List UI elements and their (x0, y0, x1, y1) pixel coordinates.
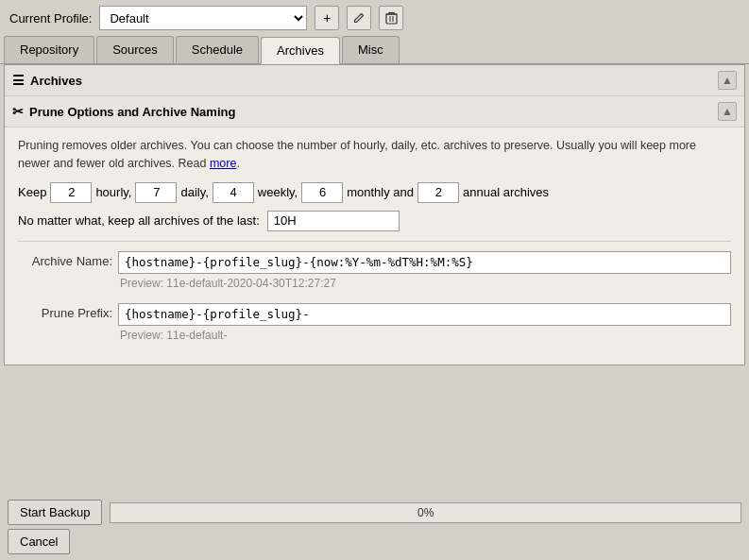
delete-profile-button[interactable] (379, 6, 403, 30)
tab-misc[interactable]: Misc (342, 36, 400, 63)
keep-last-input[interactable] (267, 211, 400, 231)
keep-last-label: No matter what, keep all archives of the… (18, 213, 260, 228)
keep-label: Keep (18, 185, 46, 199)
tab-schedule[interactable]: Schedule (176, 36, 259, 63)
divider (18, 241, 731, 242)
prune-options-header: ✂ Prune Options and Archive Naming ▲ (5, 96, 744, 127)
weekly-label: weekly, (258, 185, 298, 199)
daily-label: daily, (180, 185, 208, 199)
section-body: Pruning removes older archives. You can … (5, 127, 744, 365)
keep-daily-input[interactable] (135, 182, 177, 203)
edit-profile-button[interactable] (347, 6, 371, 30)
tab-sources[interactable]: Sources (96, 36, 174, 63)
hourly-label: hourly, (95, 185, 131, 199)
archives-title: Archives (30, 74, 82, 88)
keep-weekly-input[interactable] (213, 182, 254, 203)
cancel-row: Cancel (8, 529, 741, 554)
progress-row: Start Backup 0% (8, 500, 741, 525)
keep-annual-input[interactable] (417, 182, 459, 203)
archive-name-row: Archive Name: Preview: 11e-default-2020-… (18, 251, 731, 290)
profile-label: Current Profile: (9, 11, 92, 25)
progress-text: 0% (417, 506, 434, 519)
archives-header: ☰ Archives ▲ (5, 65, 744, 96)
archive-name-wrap: Preview: 11e-default-2020-04-30T12:27:27 (118, 251, 731, 290)
monthly-label: monthly and (347, 185, 414, 199)
prune-prefix-wrap: Preview: 11e-default- (118, 303, 731, 342)
keep-row: Keep hourly, daily, weekly, monthly and … (18, 182, 731, 203)
keep-last-row: No matter what, keep all archives of the… (18, 211, 731, 231)
top-bar: Current Profile: Default + (0, 0, 749, 36)
archives-collapse-btn[interactable]: ▲ (718, 71, 737, 90)
start-backup-button[interactable]: Start Backup (8, 500, 102, 525)
archive-name-label: Archive Name: (18, 251, 112, 268)
annual-label: annual archives (463, 185, 549, 199)
progress-bar: 0% (110, 502, 741, 523)
prune-icon: ✂ (12, 104, 24, 119)
prune-collapse-btn[interactable]: ▲ (718, 102, 737, 121)
archive-name-input[interactable] (118, 251, 731, 274)
tabs-bar: Repository Sources Schedule Archives Mis… (0, 36, 749, 64)
prune-prefix-input[interactable] (118, 303, 731, 326)
prune-prefix-preview: Preview: 11e-default- (118, 329, 731, 342)
prune-options-title: Prune Options and Archive Naming (29, 105, 235, 119)
cancel-button[interactable]: Cancel (8, 529, 70, 554)
add-profile-button[interactable]: + (315, 6, 339, 30)
keep-hourly-input[interactable] (50, 182, 92, 203)
archives-icon: ☰ (12, 73, 25, 88)
prune-prefix-row: Prune Prefix: Preview: 11e-default- (18, 303, 731, 342)
tab-archives[interactable]: Archives (261, 37, 340, 64)
tab-repository[interactable]: Repository (4, 36, 94, 63)
svg-rect-0 (386, 14, 397, 24)
more-link[interactable]: more (210, 157, 236, 170)
bottom-bar: Start Backup 0% Cancel (0, 494, 749, 560)
profile-select[interactable]: Default (99, 6, 307, 30)
main-content: ☰ Archives ▲ ✂ Prune Options and Archive… (4, 64, 745, 365)
keep-monthly-input[interactable] (301, 182, 343, 203)
prune-prefix-label: Prune Prefix: (18, 303, 112, 320)
description-text: Pruning removes older archives. You can … (18, 137, 731, 173)
archive-name-preview: Preview: 11e-default-2020-04-30T12:27:27 (118, 277, 731, 290)
